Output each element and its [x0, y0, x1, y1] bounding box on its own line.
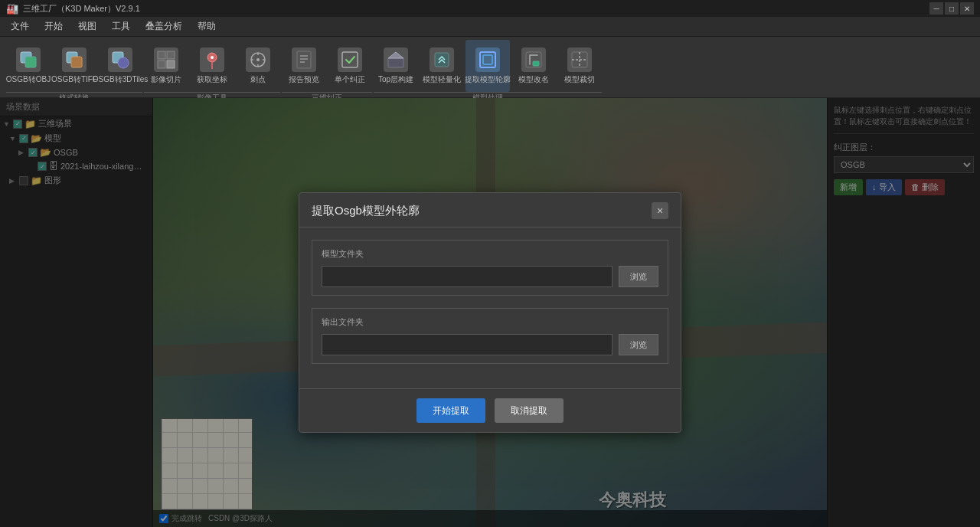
- model-rename-label: 模型改名: [518, 75, 549, 84]
- report-label: 报告预览: [289, 75, 319, 84]
- toolbar-single-correct[interactable]: 单个纠正: [328, 40, 372, 92]
- getcoord-label: 获取坐标: [197, 75, 227, 84]
- imgslice-label: 影像切片: [151, 75, 181, 84]
- dialog-overlay: 提取Osgb模型外轮廓 × 模型文件夹 浏览 输出文件夹 浏览: [0, 98, 980, 527]
- svg-rect-27: [483, 55, 492, 64]
- toolbar-spike[interactable]: 刺点: [236, 40, 280, 92]
- extract-outline-icon: [475, 47, 500, 72]
- top-build-label: Top层构建: [378, 75, 413, 84]
- svg-point-13: [256, 58, 260, 61]
- toolbar-group-image: 影像切片 获取坐标 刺点 影像工具: [144, 40, 280, 94]
- dialog-header: 提取Osgb模型外轮廓 ×: [299, 193, 681, 227]
- toolbar-model-rename[interactable]: 模型改名: [511, 40, 556, 92]
- menu-file[interactable]: 文件: [3, 17, 37, 36]
- toolbar-lightweight[interactable]: 模型轻量化: [420, 40, 464, 92]
- model-clip-label: 模型裁切: [564, 75, 595, 84]
- svg-rect-6: [158, 51, 165, 59]
- titlebar-controls: ─ □ ✕: [929, 2, 974, 15]
- osgb2obj-label: OSGB转OBJ: [6, 75, 51, 84]
- toolbar-imgslice[interactable]: 影像切片: [144, 40, 188, 92]
- svg-point-11: [211, 56, 214, 59]
- imgslice-icon: [154, 47, 178, 72]
- titlebar: 🏭 三维工厂（K3D Maker）V2.9.1 ─ □ ✕: [0, 0, 980, 17]
- toolbar-group-3d: 报告预览 单个纠正 三维纠正: [282, 40, 372, 94]
- menu-help[interactable]: 帮助: [190, 17, 224, 36]
- dialog-title: 提取Osgb模型外轮廓: [312, 204, 420, 218]
- titlebar-left: 🏭 三维工厂（K3D Maker）V2.9.1: [6, 3, 140, 15]
- svg-rect-9: [167, 61, 175, 68]
- lightweight-label: 模型轻量化: [423, 75, 461, 84]
- model-folder-input[interactable]: [322, 266, 612, 287]
- toolbar-group-model: Top层构建 模型轻量化 提取模型轮廓 模型改名: [374, 40, 602, 94]
- toolbar-osgb2tiff[interactable]: OSGB转TIFF: [52, 40, 96, 92]
- maximize-button[interactable]: □: [945, 2, 959, 15]
- output-folder-input[interactable]: [322, 334, 612, 355]
- menu-tools[interactable]: 工具: [104, 17, 138, 36]
- menu-overlay[interactable]: 叠盖分析: [138, 17, 190, 36]
- model-rename-icon: [521, 47, 546, 72]
- svg-rect-7: [167, 51, 175, 59]
- spike-icon: [246, 47, 270, 72]
- osgb23dtiles-label: OSGB转3DTiles: [93, 75, 148, 84]
- toolbar-extract-outline[interactable]: 提取模型轮廓: [466, 40, 510, 92]
- svg-rect-26: [480, 52, 495, 67]
- single-correct-icon: [338, 47, 362, 72]
- svg-rect-23: [388, 58, 403, 67]
- menubar: 文件 开始 视图 工具 叠盖分析 帮助: [0, 17, 980, 37]
- toolbar: OSGB转OBJ OSGB转TIFF OSGB转3DTiles 格式转换: [0, 37, 980, 98]
- toolbar-getcoord[interactable]: 获取坐标: [190, 40, 234, 92]
- top-build-icon: [384, 47, 408, 72]
- menu-start[interactable]: 开始: [37, 17, 70, 36]
- output-folder-browse[interactable]: 浏览: [619, 334, 658, 355]
- single-correct-label: 单个纠正: [335, 75, 365, 84]
- toolbar-top-build[interactable]: Top层构建: [374, 40, 418, 92]
- output-folder-row: 浏览: [322, 334, 658, 355]
- svg-rect-8: [158, 61, 165, 68]
- dialog-close-button[interactable]: ×: [652, 202, 668, 219]
- osgb23dtiles-icon: [108, 47, 132, 72]
- spike-label: 刺点: [250, 75, 266, 84]
- svg-rect-22: [342, 52, 358, 67]
- toolbar-group-format: OSGB转OBJ OSGB转TIFF OSGB转3DTiles 格式转换: [6, 40, 142, 94]
- extract-outline-label: 提取模型轮廓: [465, 75, 511, 84]
- cancel-extract-button[interactable]: 取消提取: [495, 398, 564, 423]
- model-folder-browse[interactable]: 浏览: [619, 266, 658, 287]
- start-extract-button[interactable]: 开始提取: [416, 398, 485, 423]
- model-clip-icon: [567, 47, 592, 72]
- svg-rect-1: [25, 57, 36, 67]
- close-button[interactable]: ✕: [960, 2, 974, 15]
- getcoord-icon: [200, 47, 224, 72]
- toolbar-model-clip[interactable]: 模型裁切: [557, 40, 602, 92]
- dialog-footer: 开始提取 取消提取: [299, 388, 681, 432]
- minimize-button[interactable]: ─: [929, 2, 943, 15]
- osgb2tiff-icon: [62, 47, 87, 72]
- svg-marker-24: [388, 52, 403, 58]
- dialog-body: 模型文件夹 浏览 输出文件夹 浏览: [299, 227, 681, 388]
- lightweight-icon: [430, 47, 454, 72]
- model-folder-section: 模型文件夹 浏览: [312, 240, 668, 296]
- toolbar-osgb23dtiles[interactable]: OSGB转3DTiles: [98, 40, 142, 92]
- toolbar-osgb2obj[interactable]: OSGB转OBJ: [6, 40, 51, 92]
- svg-rect-3: [71, 57, 82, 67]
- output-folder-section: 输出文件夹 浏览: [312, 308, 668, 364]
- svg-rect-29: [533, 61, 539, 66]
- model-folder-row: 浏览: [322, 266, 658, 287]
- report-icon: [292, 47, 316, 72]
- model-folder-label: 模型文件夹: [322, 248, 658, 260]
- osgb2obj-icon: [16, 47, 41, 72]
- menu-view[interactable]: 视图: [70, 17, 104, 36]
- osgb2tiff-label: OSGB转TIFF: [51, 75, 97, 84]
- app-title: 三维工厂（K3D Maker）V2.9.1: [23, 3, 140, 15]
- app-icon: 🏭: [6, 3, 18, 15]
- dialog: 提取Osgb模型外轮廓 × 模型文件夹 浏览 输出文件夹 浏览: [299, 192, 681, 433]
- svg-rect-18: [297, 51, 311, 68]
- output-folder-label: 输出文件夹: [322, 316, 658, 328]
- toolbar-report[interactable]: 报告预览: [282, 40, 326, 92]
- svg-point-5: [118, 57, 129, 68]
